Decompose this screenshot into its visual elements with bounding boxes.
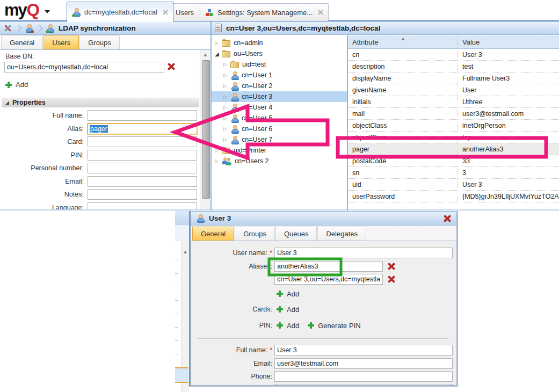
attribute-row[interactable]: objectClasstop xyxy=(348,132,559,143)
tab-ldap-browser[interactable]: dc=myqtestlab,dc=local xyxy=(67,2,173,22)
property-label: Card: xyxy=(0,138,88,146)
dialog-tab-queues[interactable]: Queues xyxy=(275,227,317,241)
add-alias-button[interactable]: Add xyxy=(277,290,299,298)
scrollbar[interactable]: ▲ xyxy=(200,50,210,210)
delete-alias-icon[interactable] xyxy=(388,275,395,283)
dialog-tab-delegates[interactable]: Delegates xyxy=(317,227,366,241)
scroll-up-icon[interactable]: ▲ xyxy=(182,250,189,254)
attribute-row[interactable]: sn3 xyxy=(348,167,559,179)
collapse-icon[interactable]: ◢ xyxy=(215,51,222,57)
attribute-row[interactable]: displayNameFullname User3 xyxy=(348,72,559,84)
attribute-name: uid xyxy=(348,179,458,190)
add-base-dn-button[interactable]: Add xyxy=(5,81,28,89)
panel-divider[interactable] xyxy=(210,21,212,210)
tree-node[interactable]: ▷cn=User 5 xyxy=(212,113,347,124)
property-input[interactable]: pager xyxy=(88,124,197,134)
properties-section-header[interactable]: ◢ Properties xyxy=(2,97,199,107)
ldap-sync-tab-groups[interactable]: Groups xyxy=(79,35,120,49)
tree-node[interactable]: ▷cn=User 4 xyxy=(212,102,347,113)
expand-icon[interactable]: ▷ xyxy=(223,72,230,78)
delete-alias-icon[interactable] xyxy=(388,263,395,270)
delete-base-dn-icon[interactable] xyxy=(168,63,175,70)
expand-icon[interactable]: ▷ xyxy=(223,94,230,99)
close-tab-icon[interactable] xyxy=(318,10,323,15)
attribute-row[interactable]: objectClassinetOrgPerson xyxy=(348,120,559,132)
tree-node-label: uid=test xyxy=(242,61,266,68)
expand-icon[interactable]: ▷ xyxy=(223,83,230,89)
expand-icon[interactable]: ▷ xyxy=(223,115,230,121)
attribute-rows: cnUser 3descriptiontestdisplayNameFullna… xyxy=(348,49,559,202)
attribute-row[interactable]: postalCode33 xyxy=(348,155,559,167)
property-row: Full name: xyxy=(0,109,200,122)
plus-icon xyxy=(277,306,283,313)
tree-node[interactable]: ▷cn=Users 2 xyxy=(212,156,347,166)
base-dn-input[interactable] xyxy=(4,62,164,72)
attribute-row[interactable]: cnUser 3 xyxy=(348,49,559,61)
column-header-value[interactable]: Value xyxy=(458,38,559,46)
property-input[interactable] xyxy=(88,110,197,121)
tree-node[interactable]: ▷cn=User 3 xyxy=(212,91,347,102)
alias-input-1[interactable] xyxy=(274,261,383,272)
server-icon xyxy=(215,24,222,32)
tree-node[interactable]: ▷uid=test xyxy=(212,59,347,70)
add-card-button[interactable]: Add xyxy=(277,306,299,314)
myq-logo[interactable]: myQ xyxy=(4,1,50,20)
tree-node[interactable]: ▷cn=User 1 xyxy=(212,70,347,81)
property-input[interactable] xyxy=(88,189,197,200)
partial-input[interactable] xyxy=(274,384,453,387)
attribute-row[interactable]: pageranotherAlias3 xyxy=(348,143,559,155)
logo-dropdown-caret[interactable] xyxy=(45,10,50,13)
tree-node[interactable]: ◢ou=Users xyxy=(212,48,347,59)
property-input[interactable] xyxy=(88,163,197,173)
user-sync-icon[interactable] xyxy=(46,24,54,32)
scroll-up-icon[interactable]: ▲ xyxy=(200,50,210,59)
email-input[interactable] xyxy=(274,358,453,369)
attribute-row[interactable]: descriptiontest xyxy=(348,61,559,72)
tree-node[interactable]: ▷cn=admin xyxy=(212,38,347,48)
full-name-input[interactable] xyxy=(274,345,453,355)
expand-icon[interactable]: ▷ xyxy=(215,40,222,46)
attribute-value: test xyxy=(458,61,559,72)
attribute-row[interactable]: userPassword{MD5}grJn39LIljUXMvtYuzTO2A=… xyxy=(348,191,559,202)
user-name-input[interactable] xyxy=(274,248,453,258)
expand-icon[interactable]: ▷ xyxy=(223,62,230,67)
attribute-row[interactable]: mailuser3@testmail.com xyxy=(348,108,559,120)
property-input[interactable] xyxy=(88,136,197,147)
tree-node[interactable]: ▷cn=User 2 xyxy=(212,81,347,91)
tab-settings[interactable]: Settings: System Manageme... xyxy=(200,3,329,21)
add-pin-button[interactable]: Add xyxy=(277,322,299,330)
alias-input-2[interactable] xyxy=(274,274,383,285)
tree-node[interactable]: ▷uid=Printer xyxy=(212,145,347,156)
close-tab-icon[interactable] xyxy=(163,10,168,15)
tree-node[interactable]: ▷cn=User 7 xyxy=(212,134,347,145)
expand-icon[interactable]: ▷ xyxy=(223,137,230,142)
attribute-row[interactable]: uidUser 3 xyxy=(348,179,559,191)
attribute-value: Fullname User3 xyxy=(458,72,559,84)
user-settings-icon[interactable] xyxy=(25,24,33,32)
property-input[interactable] xyxy=(88,150,197,161)
attribute-row[interactable]: initialsUthree xyxy=(348,96,559,108)
phone-input[interactable] xyxy=(274,371,453,382)
column-header-attribute[interactable]: Attribute ▲ xyxy=(348,35,458,48)
ldap-entry-title: cn=User 3,ou=Users,dc=myqtestlab,dc=loca… xyxy=(226,24,380,32)
section-divider xyxy=(197,338,448,339)
expand-icon[interactable]: ▷ xyxy=(215,148,222,153)
expand-icon[interactable]: ▷ xyxy=(223,126,230,132)
dialog-tab-groups[interactable]: Groups xyxy=(235,227,275,241)
property-input[interactable] xyxy=(88,176,197,187)
dialog-title-bar[interactable]: User 3 xyxy=(191,211,456,226)
generate-pin-button[interactable]: Generate PIN xyxy=(308,322,361,330)
property-label: Email: xyxy=(0,178,88,185)
tools-icon[interactable] xyxy=(3,24,12,32)
close-dialog-icon[interactable] xyxy=(444,215,451,222)
scrollbar-thumb[interactable] xyxy=(202,60,210,199)
ldap-sync-tab-general[interactable]: General xyxy=(1,35,43,49)
myq-app-window: myQ dc=myqtestlab,dc=local Users Setting… xyxy=(0,0,559,392)
expand-icon[interactable]: ▷ xyxy=(215,158,222,164)
tree-table-divider[interactable] xyxy=(347,35,348,210)
expand-icon[interactable]: ▷ xyxy=(223,105,230,110)
tree-node[interactable]: ▷cn=User 6 xyxy=(212,124,347,134)
dialog-tab-general[interactable]: General xyxy=(192,227,234,241)
ldap-sync-tab-users[interactable]: Users xyxy=(43,35,79,49)
attribute-row[interactable]: givenNameUser xyxy=(348,84,559,96)
